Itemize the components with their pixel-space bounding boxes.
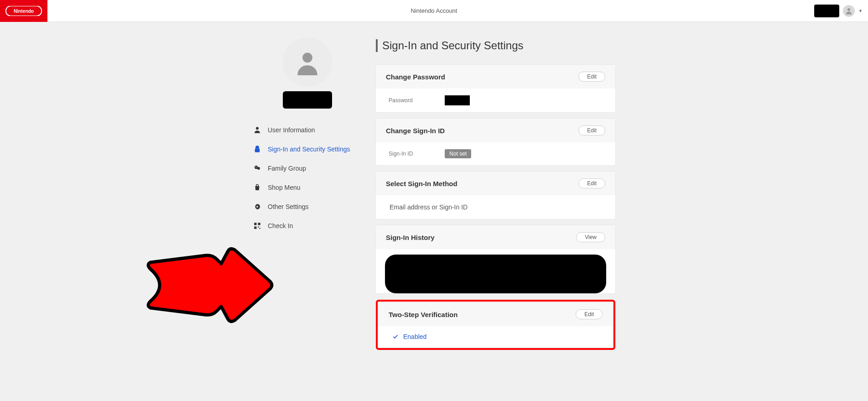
edit-signin-id-button[interactable]: Edit [578,125,605,135]
svg-rect-15 [260,228,260,229]
family-icon [253,164,262,173]
password-redacted [445,95,470,105]
sidebar-item-label: Shop Menu [268,184,301,191]
card-change-signin-id: Change Sign-In ID Edit Sign-In ID Not se… [376,119,615,165]
sidebar-item-family[interactable]: Family Group [253,159,362,178]
svg-point-3 [302,52,312,62]
nintendo-logo[interactable]: Nintendo [0,0,47,22]
svg-point-2 [847,8,850,11]
app-title: Nintendo Account [411,7,457,14]
card-two-step: Two-Step Verification Edit Enabled [379,302,613,347]
signin-id-label: Sign-In ID [389,151,413,157]
svg-point-9 [257,167,258,167]
title-accent [376,39,378,52]
user-icon [253,125,262,135]
profile-avatar [283,37,332,87]
sidebar-item-other[interactable]: Other Settings [253,197,362,216]
svg-point-4 [256,127,259,130]
sidebar-item-checkin[interactable]: Check In [253,216,362,235]
svg-rect-13 [254,227,256,229]
check-icon [392,333,399,340]
card-title: Change Password [386,73,445,81]
page-title-wrap: Sign-In and Security Settings [376,39,615,52]
main-content: Sign-In and Security Settings Change Pas… [376,39,615,350]
not-set-badge: Not set [445,149,471,158]
header-avatar[interactable] [843,5,855,17]
sidebar-item-label: Other Settings [268,203,309,210]
svg-rect-11 [254,223,256,225]
card-title: Two-Step Verification [389,311,457,318]
card-title: Sign-In History [386,234,435,241]
card-title: Select Sign-In Method [386,180,457,187]
sidebar-item-label: User Information [268,126,315,134]
sidebar-item-label: Check In [268,222,293,229]
svg-rect-5 [255,149,260,152]
chevron-down-icon[interactable]: ▼ [858,9,863,13]
two-step-highlight: Two-Step Verification Edit Enabled [376,300,615,350]
card-signin-history: Sign-In History View [376,225,615,293]
two-step-status-label: Enabled [403,333,426,340]
card-title: Change Sign-In ID [386,127,445,135]
sidebar-item-label: Sign-In and Security Settings [268,146,350,153]
edit-password-button[interactable]: Edit [578,72,605,82]
card-signin-method: Select Sign-In Method Edit Email address… [376,172,615,219]
edit-signin-method-button[interactable]: Edit [578,178,605,188]
sidebar-item-shop[interactable]: Shop Menu [253,178,362,197]
gear-icon [253,202,262,211]
sidebar-item-security[interactable]: Sign-In and Security Settings [253,140,362,159]
card-change-password: Change Password Edit Password [376,65,615,112]
svg-point-10 [256,206,258,208]
two-step-status: Enabled [379,326,613,347]
shop-icon [253,183,262,192]
svg-rect-12 [258,223,260,225]
header-user-redacted [814,5,839,17]
svg-point-7 [257,167,260,170]
username-redacted [283,91,332,109]
sidebar-item-user-info[interactable]: User Information [253,120,362,140]
edit-two-step-button[interactable]: Edit [576,309,603,319]
sidebar-item-label: Family Group [268,165,306,172]
view-history-button[interactable]: View [576,232,605,242]
history-redacted [385,255,606,293]
svg-text:Nintendo: Nintendo [14,8,34,13]
signin-method-value: Email address or Sign-In ID [376,195,615,219]
qr-icon [253,221,262,230]
app-header: Nintendo Nintendo Account ▼ [0,0,868,22]
svg-point-8 [255,167,256,167]
header-right: ▼ [814,5,863,17]
page-title: Sign-In and Security Settings [382,39,524,52]
password-label: Password [389,97,413,104]
lock-icon [253,145,262,154]
svg-rect-14 [258,227,259,228]
sidebar: User Information Sign-In and Security Se… [253,37,362,350]
